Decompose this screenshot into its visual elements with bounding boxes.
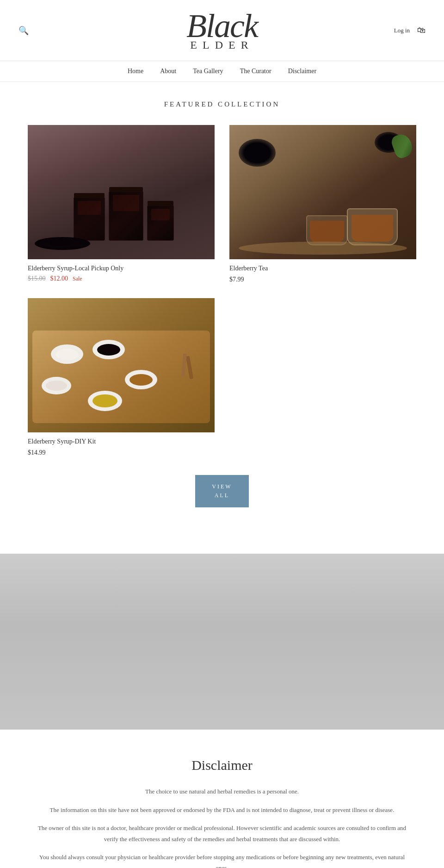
price-regular-2: $7.99 <box>229 276 244 283</box>
product-card-2[interactable]: Elderberry Tea $7.99 <box>229 125 416 283</box>
product-grid-empty <box>229 298 416 456</box>
login-link[interactable]: Log in <box>394 27 410 34</box>
product-name-3: Elderberry Syrup-DIY Kit <box>28 438 215 445</box>
view-all-container: VIEWALL <box>28 475 416 507</box>
price-sale-1: $12.00 <box>50 275 68 282</box>
header-right-icons: Log in 🛍 <box>388 25 426 35</box>
product-name-2: Elderberry Tea <box>229 265 416 272</box>
price-regular-3: $14.99 <box>28 449 46 456</box>
nav-item-disclaimer[interactable]: Disclaimer <box>288 68 316 75</box>
product-image-1 <box>28 125 215 259</box>
sale-label-1: Sale <box>73 275 82 282</box>
disclaimer-title: Disclaimer <box>37 757 407 773</box>
product-prices-1: $15.00 $12.00 Sale <box>28 275 215 282</box>
product-grid-row2: Elderberry Syrup-DIY Kit $14.99 <box>28 298 416 456</box>
product-image-2 <box>229 125 416 259</box>
nav-item-tea-gallery[interactable]: Tea Gallery <box>193 68 223 75</box>
disclaimer-paragraph-1: The choice to use natural and herbal rem… <box>37 786 407 797</box>
main-nav: Home About Tea Gallery The Curator Discl… <box>0 61 444 82</box>
product-image-3 <box>28 298 215 432</box>
hero-banner <box>0 554 444 730</box>
search-icon[interactable]: 🔍 <box>18 25 29 36</box>
product-card-1[interactable]: Elderberry Syrup-Local Pickup Only $15.0… <box>28 125 215 283</box>
nav-item-the-curator[interactable]: The Curator <box>240 68 271 75</box>
product-prices-2: $7.99 <box>229 275 416 283</box>
nav-item-home[interactable]: Home <box>128 68 143 75</box>
disclaimer-section: Disclaimer The choice to use natural and… <box>0 730 444 868</box>
site-header: 🔍 Black ELDER Log in 🛍 <box>0 0 444 61</box>
logo-container[interactable]: Black ELDER <box>186 9 258 51</box>
nav-item-about[interactable]: About <box>160 68 176 75</box>
disclaimer-paragraph-4: You should always consult your physician… <box>37 852 407 868</box>
view-all-button[interactable]: VIEWALL <box>195 475 248 507</box>
disclaimer-paragraph-3: The owner of this site is not a doctor, … <box>37 823 407 844</box>
price-original-1: $15.00 <box>28 275 46 282</box>
logo-text: ELDER <box>186 39 258 51</box>
header-left-icons: 🔍 <box>18 25 56 36</box>
main-content: FEATURED COLLECTION <box>0 82 444 554</box>
product-prices-3: $14.99 <box>28 448 215 456</box>
product-card-3[interactable]: Elderberry Syrup-DIY Kit $14.99 <box>28 298 215 456</box>
product-name-1: Elderberry Syrup-Local Pickup Only <box>28 265 215 272</box>
logo-script: Black <box>186 9 258 43</box>
disclaimer-paragraph-2: The information on this site have not be… <box>37 805 407 815</box>
featured-title: FEATURED COLLECTION <box>28 100 416 108</box>
product-grid-row1: Elderberry Syrup-Local Pickup Only $15.0… <box>28 125 416 283</box>
cart-icon[interactable]: 🛍 <box>417 25 426 35</box>
